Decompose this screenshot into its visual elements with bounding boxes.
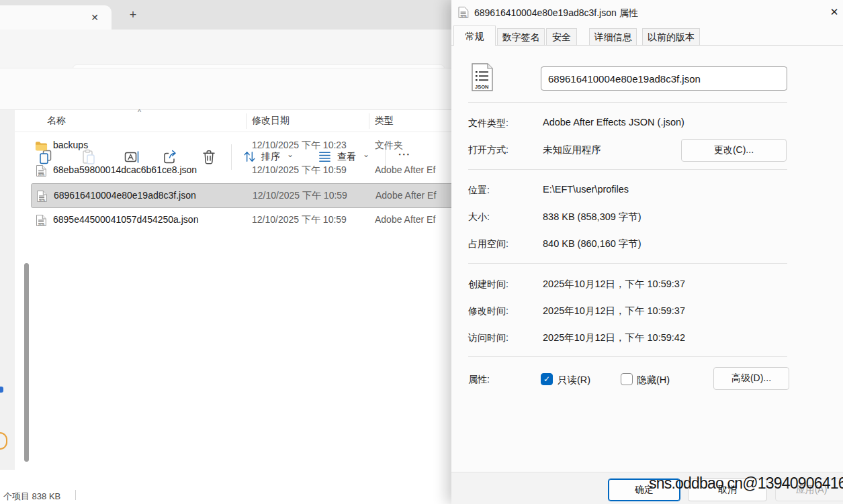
icon-fragment	[0, 387, 3, 393]
file-type: Adobe After Ef	[375, 164, 435, 175]
readonly-checkbox[interactable]: ✓	[541, 373, 553, 385]
dialog-title: 689616410004e80e19ad8c3f.json 属性	[474, 7, 638, 19]
accessed-label: 访问时间:	[468, 332, 508, 344]
screen: ✕ + › 此电脑 › 新加卷 (E:)	[0, 0, 843, 504]
nav-pane-remnant	[0, 110, 15, 470]
tab-security[interactable]: 安全	[546, 28, 577, 46]
file-type-icon: JSON	[36, 190, 48, 203]
column-separator[interactable]	[246, 113, 247, 129]
location-label: 位置:	[468, 185, 490, 197]
divider	[468, 169, 787, 170]
column-separator[interactable]	[369, 113, 369, 129]
file-name: 689616410004e80e19ad8c3f.json	[54, 190, 196, 201]
divider	[468, 356, 787, 357]
file-type: 文件夹	[375, 140, 403, 152]
advanced-button[interactable]: 高级(D)...	[713, 367, 789, 390]
file-type-label: 文件类型:	[468, 117, 508, 130]
svg-text:JSON: JSON	[39, 199, 46, 202]
change-button[interactable]: 更改(C)...	[681, 139, 787, 162]
properties-dialog: JSON 689616410004e80e19ad8c3f.json 属性 ✕ …	[451, 0, 843, 504]
file-type: Adobe After Ef	[375, 190, 436, 201]
file-date-modified: 12/10/2025 下午 10:23	[252, 140, 347, 152]
column-header-date[interactable]: 修改日期	[252, 115, 290, 127]
tab-digital-signatures[interactable]: 数字签名	[497, 28, 545, 46]
modified-value: 2025年10月12日，下午 10:59:37	[543, 305, 685, 317]
dialog-title-bar: JSON 689616410004e80e19ad8c3f.json 属性 ✕	[451, 0, 843, 26]
file-list-header: 名称 ^ 修改日期 类型	[0, 110, 453, 132]
svg-text:JSON: JSON	[38, 223, 45, 226]
sort-ascending-icon: ^	[138, 108, 141, 116]
svg-text:JSON: JSON	[460, 15, 467, 18]
file-type-icon: JSON	[35, 164, 48, 177]
hidden-checkbox[interactable]	[621, 373, 633, 385]
file-type-icon: JSON	[35, 140, 48, 152]
size-label: 大小:	[468, 211, 490, 223]
new-tab-button[interactable]: +	[126, 9, 140, 22]
item-count-label: 个项目 838 KB	[3, 491, 60, 503]
modified-label: 修改时间:	[468, 305, 508, 317]
file-date-modified: 12/10/2025 下午 10:59	[252, 164, 347, 177]
hidden-label[interactable]: 隐藏(H)	[637, 374, 670, 387]
file-row[interactable]: JSON backups 12/10/2025 下午 10:23 文件夹	[31, 134, 501, 158]
file-date-modified: 12/10/2025 下午 10:59	[252, 214, 347, 226]
explorer-toolbar: 排序 ⌄ 查看 ⌄ ⋯	[0, 68, 453, 110]
tab-previous-versions[interactable]: 以前的版本	[642, 28, 700, 46]
divider	[468, 263, 787, 264]
statusbar-divider	[75, 490, 76, 500]
json-file-icon: JSON	[458, 6, 469, 19]
column-header-name[interactable]: 名称	[47, 115, 66, 127]
size-on-disk-value: 840 KB (860,160 字节)	[543, 238, 641, 250]
size-value: 838 KB (858,309 字节)	[543, 211, 641, 223]
watermark-text: sns.oddbao.cn@13940906416	[649, 474, 843, 493]
file-date-modified: 12/10/2025 下午 10:59	[253, 190, 347, 202]
svg-text:JSON: JSON	[475, 84, 488, 90]
explorer-tab-bar: ✕ +	[0, 0, 453, 30]
explorer-status-bar: 个项目 838 KB	[0, 487, 453, 504]
file-name: 6895e44500041057d454250a.json	[53, 214, 198, 225]
json-file-icon-large: JSON	[470, 62, 494, 92]
size-on-disk-label: 占用空间:	[468, 238, 508, 250]
tab-general[interactable]: 常规	[453, 26, 496, 46]
explorer-active-tab[interactable]: ✕	[0, 5, 112, 30]
file-explorer-window: ✕ + › 此电脑 › 新加卷 (E:)	[0, 0, 453, 504]
close-tab-icon[interactable]: ✕	[88, 11, 101, 24]
file-row[interactable]: JSON 68eba59800014dcac6b61ce8.json 12/10…	[31, 158, 501, 183]
close-icon[interactable]: ✕	[828, 6, 840, 18]
file-name: 68eba59800014dcac6b61ce8.json	[53, 164, 197, 175]
open-with-value: 未知应用程序	[543, 144, 601, 156]
created-label: 创建时间:	[468, 279, 508, 291]
explorer-nav-bar: › 此电脑 › 新加卷 (E:) › EFT › user › profiles	[0, 30, 453, 68]
file-type-value: Adobe After Effects JSON (.json)	[543, 117, 684, 128]
attributes-label: 属性:	[468, 374, 490, 386]
file-type: Adobe After Ef	[375, 214, 435, 225]
column-header-type[interactable]: 类型	[375, 115, 394, 127]
filename-input[interactable]	[541, 66, 787, 91]
file-list: JSON backups 12/10/2025 下午 10:23 文件夹	[0, 134, 453, 241]
vertical-scrollbar[interactable]	[24, 263, 29, 462]
tab-details[interactable]: 详细信息	[589, 28, 637, 46]
open-with-label: 打开方式:	[468, 144, 508, 156]
file-row[interactable]: JSON 689616410004e80e19ad8c3f.json 12/10…	[31, 183, 501, 208]
svg-text:JSON: JSON	[38, 174, 45, 177]
divider	[468, 102, 787, 103]
file-name: backups	[53, 140, 88, 150]
location-value: E:\EFT\user\profiles	[543, 184, 629, 195]
file-type-icon: JSON	[35, 214, 48, 227]
file-row[interactable]: JSON 6895e44500041057d454250a.json 12/10…	[31, 208, 501, 233]
created-value: 2025年10月12日，下午 10:59:37	[543, 278, 685, 291]
readonly-label[interactable]: 只读(R)	[558, 374, 590, 387]
accessed-value: 2025年10月12日，下午 10:59:42	[543, 332, 685, 344]
